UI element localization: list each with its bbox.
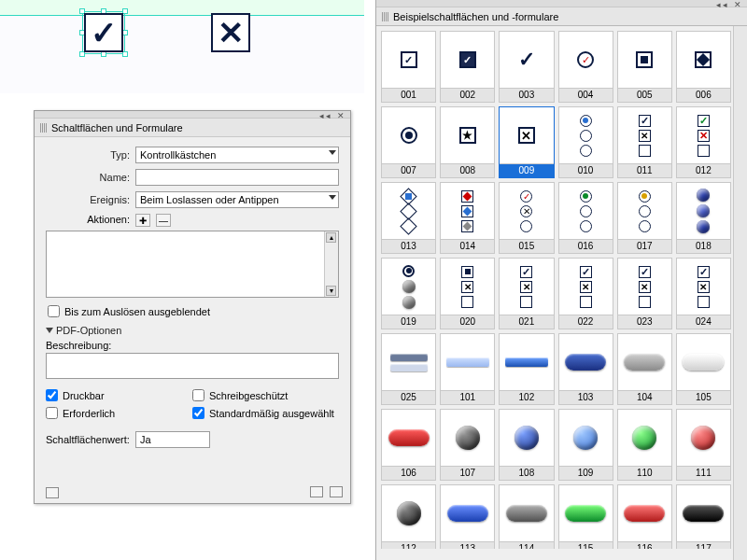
library-item-009[interactable]: 009 [499, 106, 554, 178]
panel-title: Schaltflächen und Formulare [51, 122, 183, 133]
library-item-113[interactable]: 113 [440, 484, 495, 549]
library-item-label: 110 [618, 466, 671, 480]
description-label: Beschreibung: [46, 340, 111, 351]
preview-icon[interactable] [46, 487, 59, 498]
library-item-111[interactable]: 111 [676, 409, 731, 481]
library-thumbnail [382, 334, 435, 390]
library-item-116[interactable]: 116 [617, 484, 672, 549]
lib-drag-bar[interactable]: ◂◂ ✕ [376, 0, 747, 7]
library-thumbnail [618, 32, 671, 88]
panel-controls-icon[interactable]: ◂◂ ✕ [319, 111, 346, 120]
library-thumbnail [559, 410, 613, 466]
readonly-checkbox[interactable] [192, 389, 204, 401]
library-item-label: 019 [382, 315, 435, 329]
library-item-020[interactable]: 020 [440, 258, 495, 329]
library-item-007[interactable]: 007 [381, 106, 436, 178]
library-thumbnail [382, 259, 435, 315]
library-item-114[interactable]: 114 [499, 484, 554, 549]
library-thumbnail [382, 183, 435, 239]
library-item-117[interactable]: 117 [676, 484, 731, 549]
button-value-input[interactable] [135, 431, 210, 448]
document-canvas[interactable]: ✓ ✕ [0, 0, 364, 93]
library-item-110[interactable]: 110 [617, 409, 672, 481]
library-item-103[interactable]: 103 [558, 333, 613, 405]
library-item-label: 113 [441, 541, 494, 549]
library-thumbnail: ✓ [441, 32, 494, 88]
library-item-102[interactable]: 102 [499, 333, 554, 405]
event-select[interactable]: Beim Loslassen oder Antippen [135, 191, 339, 208]
library-item-010[interactable]: 010 [558, 106, 613, 178]
pdf-options-disclosure[interactable]: PDF-Optionen [46, 325, 339, 336]
library-item-004[interactable]: ✓004 [558, 31, 613, 103]
scroll-down-icon[interactable]: ▾ [326, 286, 336, 296]
library-item-016[interactable]: 016 [558, 182, 613, 254]
button-value-label: Schaltflächenwert: [46, 434, 130, 445]
library-item-003[interactable]: ✓003 [499, 31, 554, 103]
library-item-label: 003 [500, 88, 553, 102]
convert-icon[interactable] [310, 486, 323, 497]
scroll-up-icon[interactable]: ▴ [326, 232, 336, 243]
panel-tab[interactable]: Schaltflächen und Formulare [35, 119, 350, 137]
panel-drag-bar[interactable]: ◂◂ ✕ [35, 111, 350, 119]
canvas-checkbox-checked[interactable]: ✓ [84, 13, 123, 52]
library-item-115[interactable]: 115 [558, 484, 613, 549]
library-item-label: 014 [441, 239, 494, 253]
library-item-018[interactable]: 018 [676, 182, 731, 254]
panel-controls-icon[interactable]: ◂◂ ✕ [716, 0, 743, 9]
library-item-106[interactable]: 106 [381, 409, 436, 481]
library-item-105[interactable]: 105 [676, 333, 731, 405]
library-item-015[interactable]: ✓015 [499, 182, 554, 254]
actions-list[interactable]: ▴▾ [46, 231, 339, 298]
library-item-008[interactable]: 008 [440, 106, 495, 178]
canvas-checkbox-x[interactable]: ✕ [211, 13, 250, 52]
library-thumbnail [618, 485, 671, 541]
hidden-until-checkbox[interactable] [48, 305, 60, 317]
printable-checkbox[interactable] [46, 389, 58, 401]
library-thumbnail [500, 334, 553, 390]
library-item-019[interactable]: 019 [381, 258, 436, 329]
library-item-014[interactable]: 014 [440, 182, 495, 254]
library-thumbnail: ✓ [618, 259, 671, 315]
scrollbar[interactable]: ▴▾ [324, 231, 338, 297]
description-input[interactable] [46, 353, 339, 379]
library-item-022[interactable]: ✓022 [558, 258, 613, 329]
name-label: Name: [46, 172, 135, 183]
triangle-down-icon [46, 328, 53, 333]
library-item-012[interactable]: ✓✕012 [676, 106, 731, 178]
type-select[interactable]: Kontrollkästchen [135, 147, 339, 163]
library-item-002[interactable]: ✓002 [440, 31, 495, 103]
library-item-108[interactable]: 108 [499, 409, 554, 481]
library-item-112[interactable]: 112 [381, 484, 436, 549]
library-item-011[interactable]: ✓011 [617, 106, 672, 178]
library-thumbnail [441, 334, 494, 390]
grip-icon [382, 12, 389, 21]
library-thumbnail: ✓ [500, 183, 553, 239]
library-item-005[interactable]: 005 [617, 31, 672, 103]
library-item-021[interactable]: ✓021 [499, 258, 554, 329]
library-item-001[interactable]: ✓001 [381, 31, 436, 103]
library-item-101[interactable]: 101 [440, 333, 495, 405]
library-item-024[interactable]: ✓024 [676, 258, 731, 329]
default-selected-checkbox[interactable] [192, 407, 204, 419]
library-item-013[interactable]: 013 [381, 182, 436, 254]
trash-icon[interactable] [330, 486, 343, 497]
remove-action-button[interactable]: — [156, 214, 171, 227]
required-checkbox[interactable] [46, 407, 58, 419]
library-item-017[interactable]: 017 [617, 182, 672, 254]
library-thumbnail [677, 183, 730, 239]
library-item-025[interactable]: 025 [381, 333, 436, 405]
library-item-006[interactable]: 006 [676, 31, 731, 103]
library-thumbnail [559, 183, 613, 239]
library-item-107[interactable]: 107 [440, 409, 495, 481]
library-item-109[interactable]: 109 [558, 409, 613, 481]
library-item-104[interactable]: 104 [617, 333, 672, 405]
lib-panel-tab[interactable]: Beispielschaltflächen und -formulare [376, 7, 747, 26]
add-action-button[interactable]: ✚ [135, 214, 150, 227]
lib-scrollbar[interactable] [733, 26, 747, 560]
type-label: Typ: [46, 149, 135, 161]
library-thumbnail [500, 107, 553, 163]
name-input[interactable] [135, 169, 339, 186]
library-thumbnail [677, 485, 730, 541]
library-item-label: 112 [382, 541, 435, 549]
library-item-023[interactable]: ✓023 [617, 258, 672, 329]
